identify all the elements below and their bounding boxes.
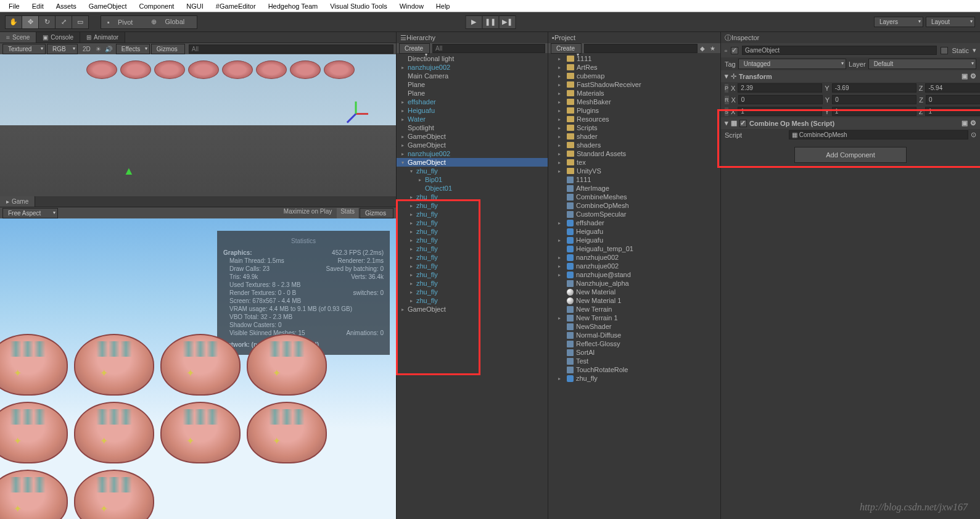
project-item[interactable]: SortAl: [548, 348, 720, 357]
menu-edit[interactable]: Edit: [26, 1, 50, 11]
project-item[interactable]: Nanzhujue_alpha: [548, 279, 720, 288]
project-item[interactable]: ▸nanzhujue002: [548, 253, 720, 262]
project-star-icon[interactable]: ★: [707, 45, 718, 52]
hierarchy-item[interactable]: ▸zhu_fly: [397, 236, 548, 244]
add-component-button[interactable]: Add Component: [794, 147, 907, 163]
script-foldout-icon[interactable]: ▾: [725, 119, 728, 127]
game-view[interactable]: Statistics Graphics:452.3 FPS (2.2ms) Ma…: [0, 218, 396, 519]
gameobject-active[interactable]: [731, 47, 738, 54]
project-item[interactable]: ▸tex: [548, 158, 720, 167]
layer-dropdown[interactable]: Default: [868, 59, 976, 69]
project-item[interactable]: ▸UnityVS: [548, 167, 720, 175]
hierarchy-item[interactable]: Main Camera: [397, 72, 548, 80]
rot-y[interactable]: [832, 95, 916, 104]
project-item[interactable]: Normal-Diffuse: [548, 331, 720, 339]
rotate-tool[interactable]: ↻: [38, 15, 56, 29]
hierarchy-item[interactable]: Plane: [397, 89, 548, 98]
2d-toggle[interactable]: 2D: [79, 46, 94, 52]
script-component-header[interactable]: ▾ ▦ Combine Op Mesh (Script) ▣ ⚙: [721, 117, 980, 129]
script-enabled[interactable]: [739, 120, 747, 127]
project-item[interactable]: ▸MeshBaker: [548, 98, 720, 106]
game-tab[interactable]: ▸Game: [0, 196, 35, 207]
play-button[interactable]: ▶: [465, 15, 482, 29]
project-item[interactable]: 1111: [548, 175, 720, 184]
hierarchy-item[interactable]: ▸zhu_fly: [397, 270, 548, 279]
light-toggle[interactable]: ☀: [96, 46, 101, 52]
project-item[interactable]: CustomSpecular: [548, 210, 720, 218]
project-item[interactable]: Heiguafu: [548, 227, 720, 236]
transform-foldout-icon[interactable]: ▾: [725, 72, 728, 80]
global-toggle[interactable]: ⊕ Global: [145, 17, 197, 27]
project-item[interactable]: ▸zhu_fly: [548, 374, 720, 383]
hierarchy-item[interactable]: ▸zhu_fly: [397, 227, 548, 236]
project-search[interactable]: [584, 44, 698, 53]
hierarchy-item[interactable]: ▸zhu_fly: [397, 193, 548, 201]
script-picker-icon[interactable]: ⊙: [971, 131, 976, 139]
menu-gameobject[interactable]: GameObject: [83, 1, 133, 11]
project-item[interactable]: Heiguafu_temp_01: [548, 244, 720, 253]
menu-file[interactable]: File: [2, 1, 26, 11]
static-dropdown-icon[interactable]: ▾: [973, 46, 976, 54]
project-item[interactable]: TouchRotateRole: [548, 365, 720, 374]
project-item[interactable]: ▸Heiguafu: [548, 236, 720, 244]
hierarchy-item[interactable]: ▸zhu_fly: [397, 279, 548, 288]
project-create[interactable]: Create: [551, 43, 582, 54]
project-item[interactable]: ▸Plugins: [548, 106, 720, 115]
hierarchy-item[interactable]: ▸zhu_fly: [397, 262, 548, 270]
script-menu-icon[interactable]: ⚙: [970, 119, 976, 127]
hierarchy-item[interactable]: ▸zhu_fly: [397, 244, 548, 253]
project-item[interactable]: ▸New Terrain 1: [548, 313, 720, 322]
hierarchy-item[interactable]: ▸Heiguafu: [397, 106, 548, 115]
transform-menu-icon[interactable]: ⚙: [970, 72, 976, 80]
project-item[interactable]: ▸Materials: [548, 89, 720, 98]
scene-search[interactable]: [189, 44, 393, 54]
project-filter-icon[interactable]: ◆: [698, 45, 707, 52]
menu-hedgehogteam[interactable]: Hedgehog Team: [262, 1, 324, 11]
project-item[interactable]: NewShader: [548, 322, 720, 331]
project-item[interactable]: New Material 1: [548, 296, 720, 305]
script-help-icon[interactable]: ▣: [961, 119, 968, 127]
hierarchy-item[interactable]: Spotlight: [397, 123, 548, 132]
pivot-toggle[interactable]: ▪ Pivot: [101, 17, 145, 27]
pause-button[interactable]: ❚❚: [482, 15, 499, 29]
pos-x[interactable]: [738, 83, 822, 93]
hierarchy-item[interactable]: ▸nanzhujue002: [397, 149, 548, 158]
maximize-toggle[interactable]: Maximize on Play: [280, 208, 336, 218]
hierarchy-item[interactable]: ▸nanzhujue002: [397, 63, 548, 72]
project-item[interactable]: ▸1111: [548, 54, 720, 63]
project-item[interactable]: ▸nanzhujue@stand: [548, 270, 720, 279]
pos-z[interactable]: [925, 83, 980, 93]
hierarchy-search[interactable]: [432, 44, 545, 53]
game-gizmos[interactable]: Gizmos: [360, 208, 393, 218]
gameobject-name[interactable]: [742, 46, 937, 55]
menu-visualstudiotools[interactable]: Visual Studio Tools: [324, 1, 393, 11]
move-tool[interactable]: ✥: [22, 15, 39, 29]
scale-z[interactable]: [925, 107, 980, 116]
hierarchy-item[interactable]: ▸zhu_fly: [397, 296, 548, 305]
hierarchy-item[interactable]: ▸zhu_fly: [397, 210, 548, 218]
project-item[interactable]: Reflect-Glossy: [548, 339, 720, 348]
project-tree[interactable]: ▸1111▸ArtRes▸cubemap▸FastShadowReceiver▸…: [548, 53, 720, 519]
project-item[interactable]: ▸shaders: [548, 141, 720, 149]
project-item[interactable]: ▸FastShadowReceiver: [548, 80, 720, 89]
project-item[interactable]: ▸cubemap: [548, 72, 720, 80]
project-item[interactable]: CombineMeshes: [548, 193, 720, 201]
layout-dropdown[interactable]: Layout: [926, 17, 975, 27]
hierarchy-item[interactable]: ▸zhu_fly: [397, 253, 548, 262]
shading-mode[interactable]: Textured: [2, 44, 46, 54]
stats-toggle[interactable]: Stats: [337, 208, 358, 218]
scene-tab[interactable]: ⌗Scene: [0, 32, 36, 43]
transform-header[interactable]: ▾ ⊹ Transform ▣ ⚙: [721, 70, 980, 82]
audio-toggle[interactable]: 🔊: [102, 46, 115, 52]
hierarchy-create[interactable]: Create: [399, 43, 430, 54]
menu-assets[interactable]: Assets: [50, 1, 83, 11]
rot-z[interactable]: [926, 95, 980, 104]
hierarchy-item[interactable]: ▸Bip01: [397, 175, 548, 184]
scene-view[interactable]: ▲: [0, 54, 396, 196]
animator-tab[interactable]: ⊞Animator: [80, 32, 125, 43]
hierarchy-item[interactable]: ▸GameObject: [397, 141, 548, 149]
layers-dropdown[interactable]: Layers: [874, 17, 923, 27]
menu-window[interactable]: Window: [393, 1, 430, 11]
hand-tool[interactable]: ✋: [5, 15, 22, 29]
pos-y[interactable]: [832, 83, 916, 93]
